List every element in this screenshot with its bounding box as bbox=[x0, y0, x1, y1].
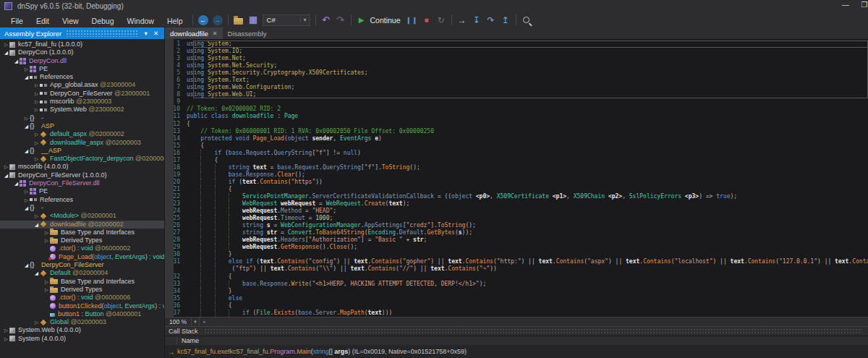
restart-button[interactable]: ↻ bbox=[434, 14, 448, 27]
tree-item[interactable]: ◢{}ASP bbox=[0, 122, 164, 130]
panel-close-icon[interactable]: ✕ bbox=[150, 30, 161, 37]
tree-item[interactable]: ▷mscorlib @23000003 bbox=[0, 98, 164, 106]
code-line[interactable]: 2using System.IO; bbox=[165, 48, 868, 55]
code-line[interactable]: 8using System.Web.UI; bbox=[165, 91, 868, 98]
tree-item[interactable]: ▷App_global.asax @23000004 bbox=[0, 81, 164, 89]
tab-close-icon[interactable]: ✕ bbox=[213, 30, 218, 37]
panel-menu-chevron-icon[interactable]: ▾ bbox=[142, 30, 150, 37]
search-button[interactable] bbox=[519, 14, 534, 27]
expander-collapsed-icon[interactable]: ▷ bbox=[33, 318, 40, 326]
code-line[interactable]: 26string s = WebConfigurationManager.App… bbox=[165, 222, 868, 229]
code-line[interactable]: 10// Token: 0x02000002 RID: 2 bbox=[165, 106, 868, 113]
menu-view[interactable]: View bbox=[56, 15, 85, 27]
tree-item[interactable]: ▷{}- bbox=[0, 114, 164, 122]
call-stack-header[interactable]: Call Stack bbox=[165, 326, 868, 336]
name-column-header[interactable]: Name bbox=[177, 337, 199, 344]
code-line[interactable]: 31else if (text.Contains("config") || te… bbox=[165, 258, 868, 265]
tree-item[interactable]: ▷kc57_final_fu (1.0.0.0) bbox=[0, 41, 164, 48]
tree-item[interactable]: .ctor() : void @06000006 bbox=[0, 294, 164, 302]
expander-collapsed-icon[interactable]: ▷ bbox=[33, 81, 40, 89]
expander-collapsed-icon[interactable]: ▷ bbox=[3, 163, 9, 171]
expander-open-icon[interactable]: ◢ bbox=[23, 122, 30, 130]
expander-collapsed-icon[interactable]: ▷ bbox=[33, 106, 40, 114]
tree-item[interactable]: ▷System.Web @23000002 bbox=[0, 106, 164, 114]
code-line[interactable]: 21{ bbox=[165, 186, 868, 193]
restore-button[interactable]: ❐ bbox=[855, 0, 868, 11]
code-line[interactable]: 17{ bbox=[165, 157, 868, 164]
tree-item[interactable]: ▷downloadfile_aspx @02000003 bbox=[0, 139, 164, 147]
code-line[interactable]: 33base.Response.Write("<h1>HERP, HACKING… bbox=[165, 281, 868, 288]
horizontal-scrollbar[interactable] bbox=[208, 317, 868, 326]
language-combobox[interactable]: C# ▾ bbox=[263, 14, 310, 26]
tree-item[interactable]: ▷References bbox=[0, 196, 164, 204]
expander-collapsed-icon[interactable]: ▷ bbox=[23, 196, 30, 204]
tree-item[interactable]: ◢DerpyCon (1.0.0.0) bbox=[0, 48, 164, 56]
code-line[interactable]: 24webRequest.Method = "HEAD"; bbox=[165, 208, 868, 215]
menu-debug[interactable]: Debug bbox=[85, 15, 121, 27]
open-file-button[interactable] bbox=[231, 14, 246, 27]
code-line[interactable]: ("ftp") || text.Contains("\\") || text.C… bbox=[165, 265, 868, 273]
expander-collapsed-icon[interactable]: ▷ bbox=[33, 98, 40, 106]
code-line[interactable]: 5using System.Security.Cryptography.X509… bbox=[165, 69, 868, 77]
step-out-button[interactable]: ↥ bbox=[498, 14, 513, 27]
code-line[interactable]: 15{ bbox=[165, 142, 868, 150]
tree-item[interactable]: ▷Global @02000003 bbox=[0, 318, 164, 326]
code-line[interactable]: 23WebRequest webRequest = WebRequest.Cre… bbox=[165, 200, 868, 208]
code-line[interactable]: 36{ bbox=[165, 302, 868, 310]
assembly-explorer-header[interactable]: Assembly Explorer ▾ ✕ bbox=[0, 27, 164, 39]
code-line[interactable]: 6using System.Text; bbox=[165, 77, 868, 84]
code-line[interactable]: 22ServicePointManager.ServerCertificateV… bbox=[165, 193, 868, 200]
expander-collapsed-icon[interactable]: ▷ bbox=[23, 114, 30, 122]
expander-collapsed-icon[interactable]: ▷ bbox=[43, 229, 50, 236]
tab-downloadfile[interactable]: downloadfile✕ bbox=[165, 27, 223, 39]
code-line[interactable]: 32{ bbox=[165, 273, 868, 281]
tree-item[interactable]: button1Clicked(object, EventArgs) : void… bbox=[0, 302, 164, 310]
tree-item[interactable]: ▷default_aspx @02000002 bbox=[0, 130, 164, 138]
code-line[interactable]: 20if (text.Contains("https")) bbox=[165, 179, 868, 186]
code-editor[interactable]: 1using System;2using System.IO;3using Sy… bbox=[165, 39, 868, 317]
code-line[interactable]: 1using System; bbox=[165, 41, 868, 48]
expander-collapsed-icon[interactable]: ▷ bbox=[33, 212, 40, 220]
expander-collapsed-icon[interactable]: ▷ bbox=[33, 155, 40, 163]
pause-button[interactable]: ❙❙ bbox=[405, 14, 420, 27]
navigate-back-button[interactable]: ← bbox=[196, 14, 210, 27]
tree-item[interactable]: .ctor() : void @06000002 bbox=[0, 244, 164, 252]
expander-open-icon[interactable]: ◢ bbox=[33, 269, 40, 277]
code-line[interactable]: 18string text = base.Request.QueryString… bbox=[165, 164, 868, 171]
expander-collapsed-icon[interactable]: ▷ bbox=[3, 335, 9, 343]
code-line[interactable]: 19base.Response.Clear(); bbox=[165, 171, 868, 179]
expander-collapsed-icon[interactable]: ▷ bbox=[43, 286, 50, 294]
hscroll-left-arrow-icon[interactable]: ◂ bbox=[200, 319, 208, 325]
code-line[interactable]: 34} bbox=[165, 288, 868, 295]
code-line[interactable]: 30} bbox=[165, 251, 868, 258]
menu-file[interactable]: File bbox=[4, 15, 30, 27]
expander-collapsed-icon[interactable]: ▷ bbox=[3, 41, 9, 48]
expander-open-icon[interactable]: ◢ bbox=[23, 204, 30, 212]
code-line[interactable]: 28webRequest.Headers["Authorization"] = … bbox=[165, 236, 868, 244]
show-next-statement-button[interactable]: → bbox=[455, 14, 469, 27]
tree-item[interactable]: ◢DerpyCon.dll bbox=[0, 57, 164, 65]
redo-button[interactable]: ↷ bbox=[333, 14, 348, 27]
expander-open-icon[interactable]: ◢ bbox=[23, 147, 30, 155]
code-line[interactable]: 12{ bbox=[165, 121, 868, 128]
tree-item[interactable]: ▷DerpyCon_FileServer @23000001 bbox=[0, 90, 164, 98]
call-stack-frame-row[interactable]: → kc57_final_fu.exe!kc57_final_fu.Progra… bbox=[165, 345, 868, 358]
tree-item[interactable]: ◢References bbox=[0, 73, 164, 81]
expander-collapsed-icon[interactable]: ▷ bbox=[33, 90, 40, 98]
tree-item[interactable]: ▷PE bbox=[0, 187, 164, 195]
menu-edit[interactable]: Edit bbox=[30, 15, 56, 27]
code-line[interactable]: 16if (base.Request.QueryString["f"] != n… bbox=[165, 150, 868, 157]
expander-open-icon[interactable]: ◢ bbox=[13, 179, 20, 187]
expander-collapsed-icon[interactable]: ▷ bbox=[23, 65, 30, 73]
code-line[interactable]: 37if (File.Exists(base.Server.MapPath(te… bbox=[165, 310, 868, 317]
code-line[interactable]: 25webRequest.Timeout = 1000; bbox=[165, 215, 868, 222]
tree-item[interactable]: ▷Base Type and Interfaces bbox=[0, 278, 164, 286]
tree-item[interactable]: ◢downloadfile @02000002 bbox=[0, 221, 164, 229]
continue-button[interactable]: Continue bbox=[370, 16, 401, 25]
code-line[interactable]: 29webRequest.GetResponse().Close(); bbox=[165, 244, 868, 251]
expander-collapsed-icon[interactable]: ▷ bbox=[43, 236, 50, 244]
tree-item[interactable]: ▷FastObjectFactory_derpycon @02000004 bbox=[0, 155, 164, 163]
tree-item[interactable]: ▷System (4.0.0.0) bbox=[0, 335, 164, 343]
tree-item[interactable]: ▷PE bbox=[0, 65, 164, 73]
tree-item[interactable]: Page_Load(object, EventArgs) : void @060… bbox=[0, 253, 164, 261]
